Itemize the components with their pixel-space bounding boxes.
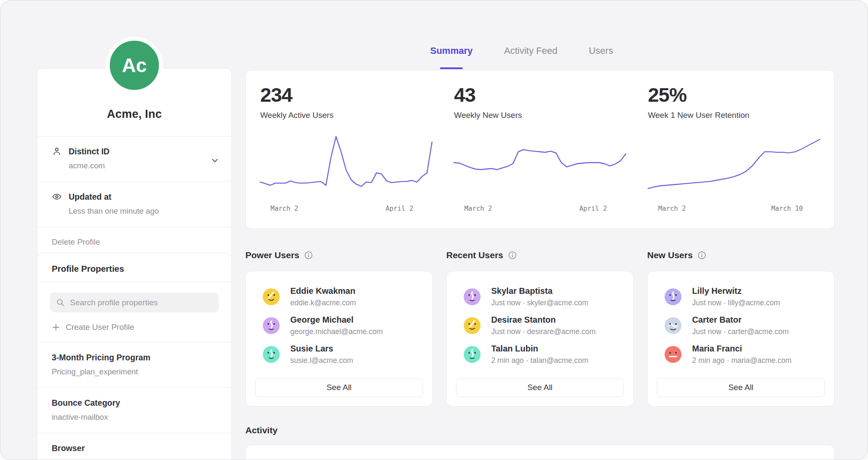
activity-stat: 234 <box>260 457 432 460</box>
user-name: Lilly Herwitz <box>692 286 780 296</box>
user-name: Carter Bator <box>692 315 789 325</box>
create-user-profile-button[interactable]: Create User Profile <box>37 318 231 342</box>
x-axis-label: March 2 <box>270 205 298 212</box>
user-row[interactable]: Carter Bator Just now · carter@acme.com <box>648 311 834 340</box>
plus-icon <box>52 323 60 332</box>
user-detail: Just now · lilly@acme.com <box>692 298 780 307</box>
property-name: Browser <box>52 443 217 453</box>
info-icon[interactable] <box>697 251 707 260</box>
power-users-section: Power Users Eddie Kwakman eddie.k@acme.c… <box>245 250 433 407</box>
user-row[interactable]: Eddie Kwakman eddie.k@acme.com <box>246 282 432 311</box>
user-row[interactable]: George Michael george.michael@acme.com <box>246 311 432 340</box>
recent-users-card: Skylar Baptista Just now · skyler@acme.c… <box>446 271 634 407</box>
user-avatar <box>665 317 682 334</box>
profile-identity-card: Acme, Inc Distinct ID acme.com <box>37 68 232 259</box>
user-row[interactable]: Talan Lubin 2 min ago · talan@acme.com <box>447 340 633 369</box>
tab-activity-feed[interactable]: Activity Feed <box>504 45 557 64</box>
user-detail: 2 min ago · maria@acme.com <box>692 356 792 365</box>
activity-stat: 240 <box>454 457 626 460</box>
user-detail: george.michael@acme.com <box>290 327 383 336</box>
user-detail: eddie.k@acme.com <box>290 298 356 307</box>
user-avatar <box>263 346 280 363</box>
tab-summary[interactable]: Summary <box>430 45 473 64</box>
company-name: Acme, Inc <box>37 108 231 121</box>
stat-label: Weekly Active Users <box>260 111 432 120</box>
activity-title: Activity <box>245 425 835 435</box>
distinct-id-value: acme.com <box>69 161 109 170</box>
property-value: Chrome <box>52 458 217 460</box>
updated-at-label: Updated at <box>69 192 159 202</box>
stat-label: Week 1 New User Retention <box>648 111 820 120</box>
section-title: Recent Users <box>446 250 503 260</box>
user-sections: Power Users Eddie Kwakman eddie.k@acme.c… <box>245 250 835 407</box>
divider <box>37 282 231 282</box>
user-name: Maria Franci <box>692 344 792 354</box>
user-row[interactable]: Lilly Herwitz Just now · lilly@acme.com <box>648 282 834 311</box>
section-title: New Users <box>647 250 693 260</box>
see-all-button[interactable]: See All <box>657 378 825 397</box>
stat-value: 234 <box>260 83 432 106</box>
x-axis-label: April 2 <box>386 205 413 212</box>
user-row[interactable]: Maria Franci 2 min ago · maria@acme.com <box>648 340 834 369</box>
user-detail: Just now · desirare@acme.com <box>491 327 595 336</box>
user-avatar <box>263 288 280 305</box>
property-value: inactive-mailbox <box>52 413 217 422</box>
person-icon <box>52 146 62 156</box>
user-row[interactable]: Desirae Stanton Just now · desirare@acme… <box>447 311 633 340</box>
company-avatar-initials: Ac <box>122 54 147 77</box>
app-window: Ac Acme, Inc Distinct ID acme.com <box>0 0 868 460</box>
user-name: Desirae Stanton <box>491 315 595 325</box>
user-name: Skylar Baptista <box>491 286 588 296</box>
user-avatar <box>665 346 682 363</box>
property-name: 3-Month Pricing Program <box>52 353 217 362</box>
main-content: Summary Activity Feed Users 234 Weekly A… <box>245 0 835 460</box>
distinct-id-row[interactable]: Distinct ID acme.com <box>37 137 231 181</box>
x-axis-label: March 10 <box>771 205 803 212</box>
summary-stats-card: 234 Weekly Active Users March 2 April 2 … <box>245 70 835 229</box>
search-input[interactable] <box>69 298 213 308</box>
see-all-button[interactable]: See All <box>255 378 423 397</box>
profile-properties-search[interactable] <box>50 293 219 312</box>
info-icon[interactable] <box>304 251 313 260</box>
weekly-new-users-chart <box>454 132 626 195</box>
stat-value: 43 <box>454 83 626 106</box>
x-axis-label: March 2 <box>465 205 492 212</box>
user-detail: Just now · carter@acme.com <box>692 327 789 336</box>
user-avatar <box>464 288 481 305</box>
user-name: George Michael <box>290 315 383 325</box>
user-row[interactable]: Susie Lars susie.l@acme.com <box>246 340 432 369</box>
property-name: Bounce Category <box>52 398 217 408</box>
stat-label: Weekly New Users <box>454 111 626 120</box>
user-name: Eddie Kwakman <box>290 286 356 296</box>
x-axis-label: March 2 <box>658 205 686 212</box>
week1-retention-chart <box>648 132 820 195</box>
property-row[interactable]: Bounce Category inactive-mailbox <box>37 388 231 433</box>
distinct-id-label: Distinct ID <box>69 147 109 156</box>
user-name: Susie Lars <box>290 344 353 354</box>
info-icon[interactable] <box>508 251 517 260</box>
activity-card: 234 240 3.4k <box>245 445 835 460</box>
section-title: Power Users <box>245 250 299 260</box>
activity-stat: 3.4k <box>648 457 820 460</box>
power-users-card: Eddie Kwakman eddie.k@acme.com George Mi… <box>245 271 433 407</box>
user-detail: 2 min ago · talan@acme.com <box>491 356 588 365</box>
chevron-down-icon[interactable] <box>210 156 220 165</box>
stat-value: 25% <box>648 83 820 106</box>
search-icon <box>56 298 65 307</box>
new-users-section: New Users Lilly Herwitz Just now · lilly… <box>647 250 835 407</box>
create-user-profile-label: Create User Profile <box>66 323 134 332</box>
stat-weekly-active-users: 234 Weekly Active Users March 2 April 2 <box>249 83 443 229</box>
user-avatar <box>665 288 682 305</box>
updated-at-row: Updated at Less than one minute ago <box>37 182 231 227</box>
weekly-active-users-chart <box>260 132 432 195</box>
property-value: Pricing_plan_experiment <box>52 367 217 376</box>
see-all-button[interactable]: See All <box>456 378 624 397</box>
eye-icon <box>52 192 62 202</box>
property-row[interactable]: 3-Month Pricing Program Pricing_plan_exp… <box>37 343 231 388</box>
tab-users[interactable]: Users <box>589 45 613 64</box>
updated-at-value: Less than one minute ago <box>69 206 159 216</box>
property-row[interactable]: Browser Chrome <box>37 433 231 460</box>
user-row[interactable]: Skylar Baptista Just now · skyler@acme.c… <box>447 282 633 311</box>
user-detail: Just now · skyler@acme.com <box>491 298 588 307</box>
tab-bar: Summary Activity Feed Users <box>245 45 835 64</box>
